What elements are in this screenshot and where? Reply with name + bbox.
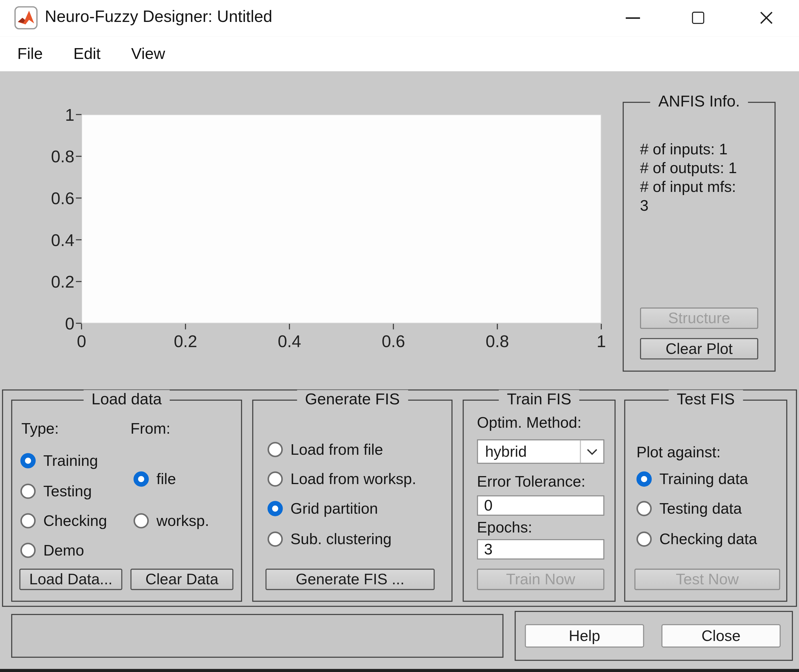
y-tick-mark <box>76 156 82 157</box>
radio-load-from-file[interactable]: Load from file <box>268 440 383 459</box>
optim-method-value: hybrid <box>478 443 580 460</box>
radio-indicator <box>134 472 149 487</box>
test-fis-panel: Test FIS Plot against: Training data Tes… <box>624 400 787 602</box>
anfis-info-title: ANFIS Info. <box>650 92 748 110</box>
error-tolerance-label: Error Tolerance: <box>477 473 586 490</box>
radio-load-from-worksp[interactable]: Load from worksp. <box>268 470 416 488</box>
minimize-icon <box>626 17 640 19</box>
optim-method-select[interactable]: hybrid <box>477 439 604 464</box>
anfis-inputs-count: # of inputs: 1 <box>640 139 737 158</box>
radio-from-worksp[interactable]: worksp. <box>134 512 209 530</box>
app-window: Neuro-Fuzzy Designer: Untitled File Edit… <box>0 0 799 672</box>
radio-indicator <box>21 483 36 499</box>
y-tick-label: 0.4 <box>15 230 74 250</box>
radio-indicator <box>268 532 283 547</box>
status-bar <box>11 614 503 658</box>
train-fis-panel: Train FIS Optim. Method: hybrid Error To… <box>463 400 616 602</box>
radio-testing-data[interactable]: Testing data <box>637 499 742 518</box>
radio-grid-partition[interactable]: Grid partition <box>268 499 378 518</box>
window-bottom-edge <box>0 669 799 672</box>
plot-against-label: Plot against: <box>637 443 720 461</box>
generate-fis-title: Generate FIS <box>297 390 408 408</box>
load-data-button[interactable]: Load Data... <box>19 569 122 590</box>
x-tick-mark <box>601 324 602 330</box>
y-tick-mark <box>76 198 82 199</box>
y-tick-mark <box>76 239 82 240</box>
radio-indicator <box>637 501 652 516</box>
load-data-title: Load data <box>83 390 170 408</box>
chevron-down-icon <box>580 440 603 463</box>
error-tolerance-input[interactable] <box>477 496 604 516</box>
title-bar: Neuro-Fuzzy Designer: Untitled <box>0 0 799 37</box>
radio-training-data[interactable]: Training data <box>637 470 748 488</box>
y-tick-mark <box>76 281 82 282</box>
structure-button[interactable]: Structure <box>640 307 758 329</box>
y-tick-label: 0.8 <box>15 147 74 166</box>
y-tick-label: 0.2 <box>15 272 74 292</box>
radio-indicator <box>268 442 283 457</box>
menu-view[interactable]: View <box>127 43 169 65</box>
maximize-button[interactable] <box>675 0 722 35</box>
menu-file[interactable]: File <box>13 43 47 65</box>
radio-sub-clustering[interactable]: Sub. clustering <box>268 530 391 548</box>
radio-demo[interactable]: Demo <box>21 541 84 560</box>
y-tick-label: 1 <box>15 106 74 125</box>
x-tick-mark <box>81 324 82 330</box>
matlab-app-icon <box>14 6 38 29</box>
x-tick-label: 0 <box>54 332 110 351</box>
x-tick-mark <box>289 324 290 330</box>
anfis-outputs-count: # of outputs: 1 <box>640 158 737 177</box>
anfis-info-panel: ANFIS Info. # of inputs: 1 # of outputs:… <box>623 102 775 372</box>
load-data-panel: Load data Type: From: Training Testing C… <box>11 400 242 602</box>
minimize-button[interactable] <box>610 0 656 35</box>
anfis-input-mfs-value: 3 <box>640 196 737 215</box>
radio-from-file[interactable]: file <box>134 470 176 488</box>
footer-buttons-frame: Help Close <box>515 611 793 661</box>
menu-bar: File Edit View <box>0 37 799 72</box>
test-now-button[interactable]: Test Now <box>634 569 780 590</box>
train-fis-title: Train FIS <box>499 390 579 408</box>
y-tick-label: 0 <box>15 314 74 333</box>
radio-indicator <box>21 543 36 558</box>
radio-indicator <box>134 513 149 528</box>
close-window-button[interactable] <box>743 0 790 35</box>
radio-indicator <box>637 532 652 547</box>
optim-method-label: Optim. Method: <box>477 414 582 431</box>
close-button[interactable]: Close <box>661 624 780 648</box>
radio-checking-data[interactable]: Checking data <box>637 530 757 548</box>
clear-data-button[interactable]: Clear Data <box>130 569 233 590</box>
x-tick-mark <box>497 324 498 330</box>
radio-indicator <box>268 501 283 516</box>
maximize-icon <box>692 12 704 24</box>
x-tick-label: 0.4 <box>261 332 318 351</box>
help-button[interactable]: Help <box>525 624 644 648</box>
window-title: Neuro-Fuzzy Designer: Untitled <box>45 7 272 26</box>
x-tick-label: 0.6 <box>365 332 422 351</box>
test-fis-title: Test FIS <box>669 390 743 408</box>
radio-checking[interactable]: Checking <box>21 512 107 530</box>
plot-canvas <box>82 114 601 323</box>
x-tick-label: 0.8 <box>469 332 525 351</box>
radio-training[interactable]: Training <box>21 451 98 470</box>
y-tick-label: 0.6 <box>15 189 74 208</box>
train-now-button[interactable]: Train Now <box>477 569 604 590</box>
x-tick-mark <box>393 324 394 330</box>
x-tick-label: 1 <box>573 332 629 351</box>
clear-plot-button[interactable]: Clear Plot <box>640 338 758 359</box>
anfis-input-mfs-label: # of input mfs: <box>640 177 737 196</box>
radio-indicator <box>21 513 36 528</box>
radio-indicator <box>268 472 283 487</box>
menu-edit[interactable]: Edit <box>69 43 104 65</box>
radio-indicator <box>21 453 36 469</box>
x-tick-mark <box>185 324 186 330</box>
epochs-label: Epochs: <box>477 519 532 536</box>
type-label: Type: <box>21 420 59 437</box>
x-tick-label: 0.2 <box>157 332 214 351</box>
y-tick-mark <box>76 323 82 324</box>
radio-testing[interactable]: Testing <box>21 482 92 500</box>
close-icon <box>759 11 773 25</box>
generate-fis-button[interactable]: Generate FIS ... <box>266 569 435 590</box>
generate-fis-panel: Generate FIS Load from file Load from wo… <box>252 400 452 602</box>
epochs-input[interactable] <box>477 539 604 560</box>
radio-indicator <box>637 472 652 487</box>
